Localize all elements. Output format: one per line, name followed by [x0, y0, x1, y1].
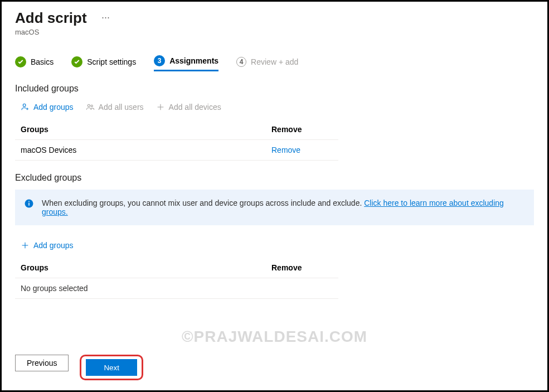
button-label: Add all users	[99, 103, 144, 112]
included-groups-table: Groups Remove macOS Devices Remove	[15, 119, 338, 161]
add-groups-button[interactable]: Add groups	[21, 103, 74, 112]
empty-state-text: No groups selected	[21, 284, 271, 293]
svg-rect-4	[28, 203, 30, 206]
more-actions-button[interactable]: ⋯	[101, 12, 110, 22]
add-all-devices-button[interactable]: Add all devices	[156, 103, 221, 112]
step-number-icon: 3	[154, 55, 165, 66]
add-all-users-button[interactable]: Add all users	[86, 103, 144, 112]
person-add-icon	[21, 103, 30, 112]
group-name-cell: macOS Devices	[21, 146, 271, 154]
excluded-groups-table: Groups Remove No groups selected	[15, 258, 338, 299]
plus-icon	[156, 103, 165, 112]
wizard-steps: Basics Script settings 3 Assignments 4 R…	[15, 55, 534, 71]
info-text: When excluding groups, you cannot mix us…	[42, 199, 364, 207]
column-header-groups: Groups	[21, 263, 271, 272]
svg-rect-5	[28, 201, 30, 202]
button-label: Add all devices	[169, 103, 221, 112]
step-review-add[interactable]: 4 Review + add	[236, 55, 298, 71]
column-header-remove: Remove	[271, 125, 349, 134]
excluded-toolbar: Add groups	[15, 239, 534, 252]
page-title: Add script	[15, 9, 87, 27]
remove-group-link[interactable]: Remove	[271, 146, 349, 154]
info-banner: When excluding groups, you cannot mix us…	[15, 190, 534, 225]
column-header-remove: Remove	[271, 263, 349, 272]
column-header-groups: Groups	[21, 125, 271, 134]
step-label: Basics	[31, 57, 54, 66]
plus-icon	[21, 241, 30, 250]
check-icon	[15, 56, 26, 67]
button-label: Add groups	[33, 241, 74, 250]
people-icon	[86, 103, 95, 112]
step-assignments[interactable]: 3 Assignments	[154, 55, 218, 71]
excluded-groups-heading: Excluded groups	[15, 173, 534, 183]
svg-point-1	[88, 104, 90, 107]
highlight-annotation: Next	[80, 355, 143, 380]
included-toolbar: Add groups Add all users Add all devices	[15, 100, 534, 114]
table-row: No groups selected	[15, 278, 338, 299]
step-basics[interactable]: Basics	[15, 55, 54, 71]
svg-point-2	[91, 105, 93, 107]
previous-button[interactable]: Previous	[15, 355, 69, 371]
step-label: Script settings	[87, 57, 136, 66]
table-row: macOS Devices Remove	[15, 140, 338, 161]
included-groups-heading: Included groups	[15, 84, 534, 94]
info-icon	[24, 199, 34, 209]
wizard-footer: Previous Next	[15, 355, 143, 380]
step-label: Review + add	[251, 57, 298, 66]
add-groups-button[interactable]: Add groups	[21, 241, 74, 250]
button-label: Add groups	[33, 103, 74, 112]
page-subtitle: macOS	[15, 28, 534, 36]
step-number-icon: 4	[236, 57, 246, 67]
step-script-settings[interactable]: Script settings	[71, 55, 136, 71]
check-icon	[71, 56, 82, 67]
watermark: ©PRAJWALDESAI.COM	[182, 328, 367, 346]
step-label: Assignments	[169, 56, 218, 65]
svg-point-0	[23, 104, 26, 107]
next-button[interactable]: Next	[86, 359, 137, 376]
